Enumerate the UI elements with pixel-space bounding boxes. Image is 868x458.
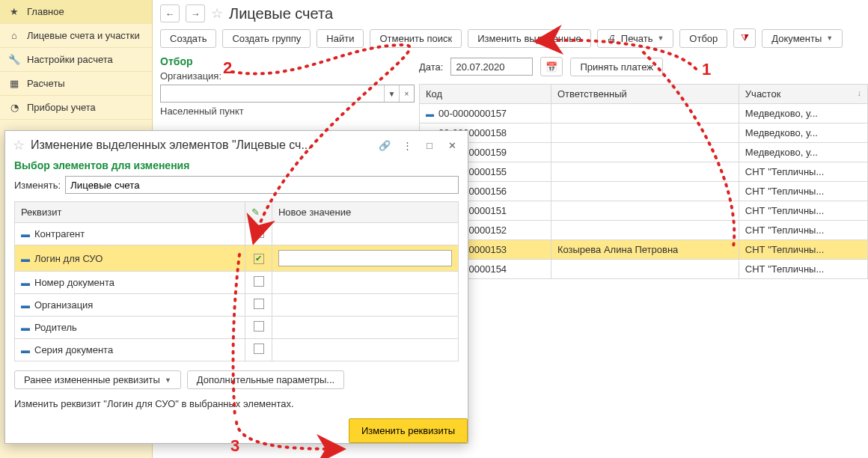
org-input[interactable]: [161, 85, 384, 102]
minus-icon: ▬: [21, 300, 30, 311]
apply-button[interactable]: Изменить реквизиты: [349, 418, 468, 443]
attr-checkbox[interactable]: [254, 228, 264, 238]
dialog-title: Изменение выделенных элементов "Лицевые …: [31, 138, 370, 152]
attr-checkbox[interactable]: [254, 344, 264, 354]
sidebar-item-accounts[interactable]: ⌂ Лицевые счета и участки: [0, 24, 152, 48]
attr-row[interactable]: ▬Контрагент: [15, 223, 459, 245]
attr-checkbox[interactable]: [254, 276, 264, 287]
change-target-input[interactable]: [65, 176, 459, 194]
attr-row[interactable]: ▬Серия документа: [15, 339, 459, 361]
favorite-star-icon[interactable]: ☆: [13, 137, 25, 153]
sidebar-item-label: Приборы учета: [27, 102, 96, 113]
attr-checkbox[interactable]: [254, 254, 264, 264]
col-area[interactable]: Участок↓: [739, 85, 867, 104]
maximize-icon[interactable]: □: [421, 137, 438, 153]
new-value-input[interactable]: [278, 250, 452, 266]
col-responsible[interactable]: Ответственный: [551, 85, 739, 104]
more-icon[interactable]: ⋮: [399, 137, 415, 153]
date-row: Дата: 20.07.2020 📅 Принять платеж: [419, 57, 663, 76]
date-input[interactable]: 20.07.2020: [450, 58, 533, 76]
close-icon[interactable]: ✕: [444, 137, 460, 153]
table-row[interactable]: ▬00-0000000158Медведково, у...: [420, 123, 868, 143]
titlebar: ← → ☆ Лицевые счета: [160, 3, 861, 28]
accept-payment-button[interactable]: Принять платеж: [570, 58, 663, 76]
attr-table: Реквизит ✎ Новое значение ▬Контрагент▬Ло…: [14, 201, 459, 361]
create-group-button[interactable]: Создать группу: [222, 29, 311, 48]
minus-icon: ▬: [21, 254, 30, 264]
sidebar-item-calculations[interactable]: ▦ Расчеты: [0, 72, 152, 96]
col-requisite[interactable]: Реквизит: [15, 202, 245, 223]
attr-checkbox[interactable]: [254, 321, 264, 332]
table-row[interactable]: ▬00-0000000156СНТ "Тепличны...: [420, 182, 868, 201]
change-label: Изменять:: [14, 180, 61, 191]
clear-icon[interactable]: ×: [399, 85, 414, 102]
sidebar-item-main[interactable]: ★ Главное: [0, 0, 152, 24]
table-row[interactable]: ▬00-0000000154СНТ "Тепличны...: [420, 260, 868, 279]
print-button[interactable]: 🖨Печать▼: [597, 29, 674, 48]
calendar-button[interactable]: 📅: [540, 57, 563, 76]
table-row[interactable]: ▬00-0000000153Козырева Алина ПетровнаСНТ…: [420, 240, 868, 260]
find-button[interactable]: Найти: [317, 29, 364, 48]
sidebar-item-calc-settings[interactable]: 🔧 Настройки расчета: [0, 48, 152, 72]
link-icon[interactable]: 🔗: [376, 137, 393, 153]
table-row[interactable]: ▬00-0000000152СНТ "Тепличны...: [420, 221, 868, 240]
extra-params-button[interactable]: Дополнительные параметры...: [187, 370, 344, 389]
printer-icon: 🖨: [607, 33, 617, 44]
accounts-grid[interactable]: Код Ответственный Участок↓ ▬00-000000015…: [419, 84, 868, 279]
table-row[interactable]: ▬00-0000000155СНТ "Тепличны...: [420, 162, 868, 182]
star-icon: ★: [9, 7, 19, 17]
table-row[interactable]: ▬00-0000000159Медведково, у...: [420, 143, 868, 162]
meter-icon: ◔: [9, 103, 19, 113]
sort-asc-icon: ↓: [858, 88, 862, 97]
table-icon: ▦: [9, 79, 19, 89]
filter-title: Отбор: [160, 55, 415, 67]
create-button[interactable]: Создать: [160, 29, 216, 48]
sidebar-item-label: Лицевые счета и участки: [27, 30, 140, 41]
table-row[interactable]: ▬00-0000000157Медведково, у...: [420, 104, 868, 123]
minus-icon: ▬: [21, 345, 30, 355]
pencil-icon: ✎: [251, 207, 260, 218]
col-check: ✎: [245, 202, 272, 223]
dialog-toolbar: Ранее измененные реквизиты▼ Дополнительн…: [5, 361, 468, 398]
clear-filter-button[interactable]: ⧩: [733, 28, 756, 48]
row-icon: ▬: [426, 109, 434, 118]
annotation-2: 2: [223, 58, 232, 78]
favorite-star-icon[interactable]: ☆: [211, 5, 223, 22]
settlement-label: Населенный пункт: [160, 106, 244, 117]
col-code[interactable]: Код: [420, 85, 551, 104]
grid-wrap: Код Ответственный Участок↓ ▬00-000000015…: [419, 84, 868, 458]
org-combo[interactable]: ▼ ×: [160, 85, 415, 103]
nav-back-button[interactable]: ←: [160, 4, 180, 22]
prev-changed-button[interactable]: Ранее измененные реквизиты▼: [14, 370, 181, 389]
home-icon: ⌂: [9, 31, 19, 41]
funnel-x-icon: ⧩: [741, 32, 749, 44]
sidebar-item-label: Главное: [27, 6, 64, 17]
date-label: Дата:: [419, 61, 443, 73]
cancel-find-button[interactable]: Отменить поиск: [370, 29, 462, 48]
attr-row[interactable]: ▬Организация: [15, 294, 459, 317]
attr-row[interactable]: ▬Номер документа: [15, 272, 459, 294]
attr-checkbox[interactable]: [254, 299, 264, 309]
org-label: Организация:: [160, 70, 227, 82]
sidebar-item-meters[interactable]: ◔ Приборы учета: [0, 96, 152, 120]
change-selected-button[interactable]: Изменить выделенные: [468, 29, 591, 48]
documents-button[interactable]: Документы▼: [762, 29, 843, 48]
table-row[interactable]: ▬00-0000000151СНТ "Тепличны...: [420, 201, 868, 221]
filter-button[interactable]: Отбор: [679, 29, 727, 48]
attr-row[interactable]: ▬Родитель: [15, 317, 459, 339]
dropdown-icon[interactable]: ▼: [384, 85, 399, 102]
wrench-icon: 🔧: [9, 55, 19, 65]
attr-row[interactable]: ▬Логин для СУО: [15, 245, 459, 272]
annotation-3: 3: [230, 436, 239, 456]
sidebar-item-label: Расчеты: [27, 78, 65, 89]
page-title: Лицевые счета: [229, 5, 333, 22]
dialog-status: Изменить реквизит "Логин для СУО" в выбр…: [5, 398, 468, 418]
minus-icon: ▬: [21, 229, 30, 239]
filter-panel: Отбор Организация: ▼ × Населенный пункт: [160, 55, 415, 117]
dialog-header: ☆ Изменение выделенных элементов "Лицевы…: [5, 131, 468, 159]
col-new-value[interactable]: Новое значение: [272, 202, 458, 223]
dropdown-icon: ▼: [165, 376, 171, 384]
dialog-subtitle: Выбор элементов для изменения: [5, 159, 468, 174]
nav-forward-button[interactable]: →: [186, 4, 205, 22]
calendar-icon: 📅: [545, 61, 557, 73]
